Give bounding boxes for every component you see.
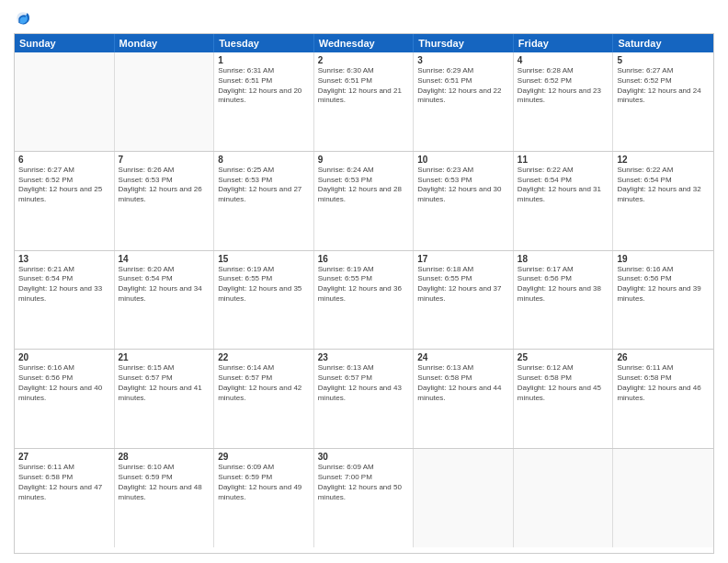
calendar-header: SundayMondayTuesdayWednesdayThursdayFrid… (15, 34, 713, 52)
day-number: 14 (119, 254, 210, 264)
day-number: 23 (318, 352, 410, 362)
day-info: Sunrise: 6:10 AMSunset: 6:59 PMDaylight:… (119, 463, 210, 502)
day-info: Sunrise: 6:22 AMSunset: 6:54 PMDaylight:… (617, 166, 710, 205)
day-cell-17: 17Sunrise: 6:18 AMSunset: 6:55 PMDayligh… (414, 251, 514, 350)
day-cell-18: 18Sunrise: 6:17 AMSunset: 6:56 PMDayligh… (514, 251, 614, 350)
day-header-wednesday: Wednesday (314, 34, 415, 52)
day-header-sunday: Sunday (15, 34, 115, 52)
day-cell-15: 15Sunrise: 6:19 AMSunset: 6:55 PMDayligh… (214, 251, 314, 350)
empty-cell (613, 449, 713, 547)
day-number: 2 (318, 55, 410, 65)
day-number: 30 (318, 452, 410, 462)
day-info: Sunrise: 6:26 AMSunset: 6:53 PMDaylight:… (119, 166, 210, 205)
day-number: 12 (617, 155, 710, 165)
day-cell-27: 27Sunrise: 6:11 AMSunset: 6:58 PMDayligh… (15, 449, 115, 547)
day-info: Sunrise: 6:25 AMSunset: 6:53 PMDaylight:… (218, 166, 310, 205)
day-number: 26 (617, 352, 710, 362)
day-cell-30: 30Sunrise: 6:09 AMSunset: 7:00 PMDayligh… (314, 449, 415, 547)
day-cell-3: 3Sunrise: 6:29 AMSunset: 6:51 PMDaylight… (414, 52, 514, 151)
day-header-monday: Monday (115, 34, 215, 52)
day-info: Sunrise: 6:27 AMSunset: 6:52 PMDaylight:… (18, 166, 110, 205)
logo (14, 9, 34, 28)
day-number: 13 (18, 254, 110, 264)
day-number: 9 (318, 155, 410, 165)
day-number: 8 (218, 155, 310, 165)
day-number: 19 (617, 254, 710, 264)
day-info: Sunrise: 6:19 AMSunset: 6:55 PMDaylight:… (318, 265, 410, 304)
day-number: 4 (518, 55, 609, 65)
day-cell-14: 14Sunrise: 6:20 AMSunset: 6:54 PMDayligh… (115, 251, 215, 350)
logo-icon (14, 9, 32, 28)
day-cell-9: 9Sunrise: 6:24 AMSunset: 6:53 PMDaylight… (314, 152, 415, 250)
day-cell-26: 26Sunrise: 6:11 AMSunset: 6:58 PMDayligh… (613, 350, 713, 448)
day-info: Sunrise: 6:19 AMSunset: 6:55 PMDaylight:… (218, 265, 310, 304)
day-cell-19: 19Sunrise: 6:16 AMSunset: 6:56 PMDayligh… (613, 251, 713, 350)
day-header-tuesday: Tuesday (214, 34, 314, 52)
day-number: 15 (218, 254, 310, 264)
day-info: Sunrise: 6:23 AMSunset: 6:53 PMDaylight:… (417, 166, 509, 205)
week-row-4: 20Sunrise: 6:16 AMSunset: 6:56 PMDayligh… (15, 350, 713, 449)
day-header-saturday: Saturday (613, 34, 713, 52)
day-info: Sunrise: 6:18 AMSunset: 6:55 PMDaylight:… (417, 265, 509, 304)
day-cell-16: 16Sunrise: 6:19 AMSunset: 6:55 PMDayligh… (314, 251, 415, 350)
day-info: Sunrise: 6:16 AMSunset: 6:56 PMDaylight:… (617, 265, 710, 304)
day-info: Sunrise: 6:27 AMSunset: 6:52 PMDaylight:… (617, 66, 710, 106)
day-number: 7 (119, 155, 210, 165)
day-number: 24 (417, 352, 509, 362)
day-number: 17 (417, 254, 509, 264)
day-info: Sunrise: 6:14 AMSunset: 6:57 PMDaylight:… (218, 363, 310, 403)
day-cell-2: 2Sunrise: 6:30 AMSunset: 6:51 PMDaylight… (314, 52, 415, 151)
day-number: 21 (119, 352, 210, 362)
day-number: 3 (417, 55, 509, 65)
day-cell-11: 11Sunrise: 6:22 AMSunset: 6:54 PMDayligh… (514, 152, 614, 250)
day-cell-5: 5Sunrise: 6:27 AMSunset: 6:52 PMDaylight… (613, 52, 713, 151)
week-row-1: 1Sunrise: 6:31 AMSunset: 6:51 PMDaylight… (15, 52, 713, 152)
day-info: Sunrise: 6:24 AMSunset: 6:53 PMDaylight:… (318, 166, 410, 205)
day-info: Sunrise: 6:13 AMSunset: 6:57 PMDaylight:… (318, 363, 410, 403)
day-header-thursday: Thursday (414, 34, 514, 52)
day-number: 18 (518, 254, 609, 264)
day-cell-12: 12Sunrise: 6:22 AMSunset: 6:54 PMDayligh… (613, 152, 713, 250)
day-number: 16 (318, 254, 410, 264)
week-row-2: 6Sunrise: 6:27 AMSunset: 6:52 PMDaylight… (15, 152, 713, 251)
day-cell-24: 24Sunrise: 6:13 AMSunset: 6:58 PMDayligh… (414, 350, 514, 448)
day-info: Sunrise: 6:15 AMSunset: 6:57 PMDaylight:… (119, 363, 210, 403)
day-info: Sunrise: 6:31 AMSunset: 6:51 PMDaylight:… (218, 66, 310, 106)
day-cell-29: 29Sunrise: 6:09 AMSunset: 6:59 PMDayligh… (214, 449, 314, 547)
day-number: 10 (417, 155, 509, 165)
day-cell-20: 20Sunrise: 6:16 AMSunset: 6:56 PMDayligh… (15, 350, 115, 448)
day-number: 22 (218, 352, 310, 362)
empty-cell (514, 449, 614, 547)
calendar: SundayMondayTuesdayWednesdayThursdayFrid… (14, 33, 714, 554)
week-row-3: 13Sunrise: 6:21 AMSunset: 6:54 PMDayligh… (15, 251, 713, 350)
day-number: 1 (218, 55, 310, 65)
day-cell-7: 7Sunrise: 6:26 AMSunset: 6:53 PMDaylight… (115, 152, 215, 250)
day-number: 20 (18, 352, 110, 362)
day-number: 27 (18, 452, 110, 462)
day-cell-28: 28Sunrise: 6:10 AMSunset: 6:59 PMDayligh… (115, 449, 215, 547)
day-info: Sunrise: 6:13 AMSunset: 6:58 PMDaylight:… (417, 363, 509, 403)
day-info: Sunrise: 6:21 AMSunset: 6:54 PMDaylight:… (18, 265, 110, 304)
empty-cell (115, 52, 215, 151)
day-number: 25 (518, 352, 609, 362)
day-number: 29 (218, 452, 310, 462)
day-info: Sunrise: 6:11 AMSunset: 6:58 PMDaylight:… (18, 463, 110, 502)
empty-cell (15, 52, 115, 151)
day-cell-13: 13Sunrise: 6:21 AMSunset: 6:54 PMDayligh… (15, 251, 115, 350)
day-cell-1: 1Sunrise: 6:31 AMSunset: 6:51 PMDaylight… (214, 52, 314, 151)
day-info: Sunrise: 6:12 AMSunset: 6:58 PMDaylight:… (518, 363, 609, 403)
day-cell-8: 8Sunrise: 6:25 AMSunset: 6:53 PMDaylight… (214, 152, 314, 250)
day-info: Sunrise: 6:09 AMSunset: 6:59 PMDaylight:… (218, 463, 310, 502)
day-cell-25: 25Sunrise: 6:12 AMSunset: 6:58 PMDayligh… (514, 350, 614, 448)
day-cell-4: 4Sunrise: 6:28 AMSunset: 6:52 PMDaylight… (514, 52, 614, 151)
day-info: Sunrise: 6:30 AMSunset: 6:51 PMDaylight:… (318, 66, 410, 106)
day-info: Sunrise: 6:17 AMSunset: 6:56 PMDaylight:… (518, 265, 609, 304)
day-header-friday: Friday (514, 34, 614, 52)
day-info: Sunrise: 6:28 AMSunset: 6:52 PMDaylight:… (518, 66, 609, 106)
day-cell-23: 23Sunrise: 6:13 AMSunset: 6:57 PMDayligh… (314, 350, 415, 448)
empty-cell (414, 449, 514, 547)
page: SundayMondayTuesdayWednesdayThursdayFrid… (0, 0, 728, 563)
calendar-body: 1Sunrise: 6:31 AMSunset: 6:51 PMDaylight… (15, 52, 713, 547)
day-cell-10: 10Sunrise: 6:23 AMSunset: 6:53 PMDayligh… (414, 152, 514, 250)
header (14, 9, 714, 28)
